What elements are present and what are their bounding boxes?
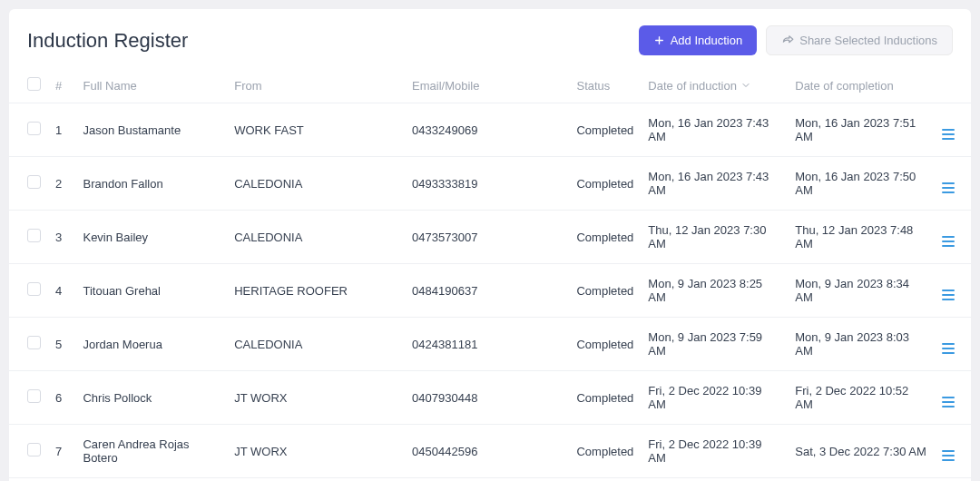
row-status: Completed — [569, 371, 641, 425]
row-contact: 0473573007 — [405, 211, 569, 264]
col-name-header[interactable]: Full Name — [75, 68, 227, 103]
col-contact-header[interactable]: Email/Mobile — [405, 68, 569, 103]
row-num: 7 — [48, 425, 75, 478]
row-completion-date: Mon, 9 Jan 2023 8:03 AM — [788, 318, 935, 371]
row-induction-date: Mon, 16 Jan 2023 7:43 AM — [641, 157, 788, 211]
share-selected-label: Share Selected Inductions — [799, 34, 937, 47]
induction-table: # Full Name From Email/Mobile Status Dat… — [9, 68, 971, 481]
chevron-down-icon — [740, 80, 751, 91]
row-num: 2 — [48, 157, 75, 211]
row-contact: 0493333819 — [405, 157, 569, 211]
row-num: 8 — [48, 478, 75, 482]
row-from: JT WORX — [227, 425, 405, 478]
row-name: Titouan Grehal — [75, 264, 227, 318]
row-status: Completed — [569, 425, 641, 478]
table-row: 7Caren Andrea Rojas BoteroJT WORX0450442… — [9, 425, 971, 478]
row-num: 4 — [48, 264, 75, 318]
table-row: 6Chris PollockJT WORX0407930448Completed… — [9, 371, 971, 425]
row-induction-date: Fri, 2 Dec 2022 10:39 AM — [641, 371, 788, 425]
table-row: 3Kevin BaileyCALEDONIA0473573007Complete… — [9, 211, 971, 264]
row-menu-icon[interactable] — [942, 129, 955, 140]
row-status: Completed — [569, 103, 641, 157]
row-menu-icon[interactable] — [942, 343, 955, 354]
row-status: Completed — [569, 157, 641, 211]
row-induction-date: Mon, 9 Jan 2023 8:25 AM — [641, 264, 788, 318]
row-from: HERITAGE ROOFER — [227, 264, 405, 318]
row-completion-date: Mon, 9 Jan 2023 8:34 AM — [788, 264, 935, 318]
add-induction-label: Add Induction — [671, 34, 743, 47]
row-menu-icon[interactable] — [942, 397, 955, 407]
row-completion-date: Wed, 30 Nov 2022 9:14 AM — [788, 478, 935, 482]
row-menu-icon[interactable] — [942, 236, 955, 247]
table-row: 5Jordan MoeruaCALEDONIA0424381181Complet… — [9, 318, 971, 371]
share-icon — [781, 34, 794, 47]
share-selected-button[interactable]: Share Selected Inductions — [766, 25, 953, 55]
row-num: 6 — [48, 371, 75, 425]
row-name: Jake Isakka — [75, 478, 227, 482]
row-checkbox[interactable] — [27, 282, 41, 296]
row-name: Chris Pollock — [75, 371, 227, 425]
table-row: 1Jason BustamanteWORK FAST0433249069Comp… — [9, 103, 971, 157]
row-num: 1 — [48, 103, 75, 157]
row-num: 5 — [48, 318, 75, 371]
row-contact: 0450442596 — [405, 425, 569, 478]
row-from: CALEDONIA — [227, 318, 405, 371]
row-contact: 0407930448 — [405, 371, 569, 425]
select-all-checkbox[interactable] — [27, 77, 41, 91]
row-completion-date: Thu, 12 Jan 2023 7:48 AM — [788, 211, 935, 264]
row-status: Completed — [569, 478, 641, 482]
row-checkbox[interactable] — [27, 443, 41, 456]
col-completion-header[interactable]: Date of completion — [788, 68, 935, 103]
row-checkbox[interactable] — [27, 336, 41, 349]
row-contact: 0473452959 — [405, 478, 569, 482]
col-induction-header[interactable]: Date of induction — [648, 79, 751, 93]
row-completion-date: Mon, 16 Jan 2023 7:51 AM — [788, 103, 935, 157]
table-row: 8Jake IsakkaCALEDONIA0473452959Completed… — [9, 478, 971, 482]
row-menu-icon[interactable] — [942, 182, 955, 193]
row-checkbox[interactable] — [27, 175, 41, 189]
table-row: 2Brandon FallonCALEDONIA0493333819Comple… — [9, 157, 971, 211]
row-checkbox[interactable] — [27, 122, 41, 135]
row-induction-date: Thu, 12 Jan 2023 7:30 AM — [641, 211, 788, 264]
row-from: WORK FAST — [227, 103, 405, 157]
row-name: Jason Bustamante — [75, 103, 227, 157]
row-completion-date: Sat, 3 Dec 2022 7:30 AM — [788, 425, 935, 478]
row-menu-icon[interactable] — [942, 450, 955, 461]
col-status-header[interactable]: Status — [569, 68, 641, 103]
table-row: 4Titouan GrehalHERITAGE ROOFER0484190637… — [9, 264, 971, 318]
row-name: Brandon Fallon — [75, 157, 227, 211]
row-completion-date: Fri, 2 Dec 2022 10:52 AM — [788, 371, 935, 425]
col-induction-label: Date of induction — [648, 79, 737, 93]
row-contact: 0484190637 — [405, 264, 569, 318]
row-contact: 0433249069 — [405, 103, 569, 157]
row-from: JT WORX — [227, 371, 405, 425]
row-contact: 0424381181 — [405, 318, 569, 371]
row-name: Kevin Bailey — [75, 211, 227, 264]
row-from: CALEDONIA — [227, 211, 405, 264]
row-induction-date: Mon, 9 Jan 2023 7:59 AM — [641, 318, 788, 371]
row-name: Caren Andrea Rojas Botero — [75, 425, 227, 478]
row-num: 3 — [48, 211, 75, 264]
row-menu-icon[interactable] — [942, 290, 955, 300]
row-checkbox[interactable] — [27, 229, 41, 242]
row-status: Completed — [569, 211, 641, 264]
row-induction-date: Wed, 30 Nov 2022 8:55 AM — [641, 478, 788, 482]
page-title: Induction Register — [27, 29, 188, 53]
row-checkbox[interactable] — [27, 389, 41, 403]
add-induction-button[interactable]: Add Induction — [639, 25, 758, 55]
col-num-header[interactable]: # — [48, 68, 75, 103]
row-name: Jordan Moerua — [75, 318, 227, 371]
row-status: Completed — [569, 264, 641, 318]
plus-icon — [653, 34, 665, 46]
row-status: Completed — [569, 318, 641, 371]
row-induction-date: Fri, 2 Dec 2022 10:39 AM — [641, 425, 788, 478]
row-induction-date: Mon, 16 Jan 2023 7:43 AM — [641, 103, 788, 157]
row-completion-date: Mon, 16 Jan 2023 7:50 AM — [788, 157, 935, 211]
row-from: CALEDONIA — [227, 478, 405, 482]
row-from: CALEDONIA — [227, 157, 405, 211]
col-from-header[interactable]: From — [227, 68, 405, 103]
